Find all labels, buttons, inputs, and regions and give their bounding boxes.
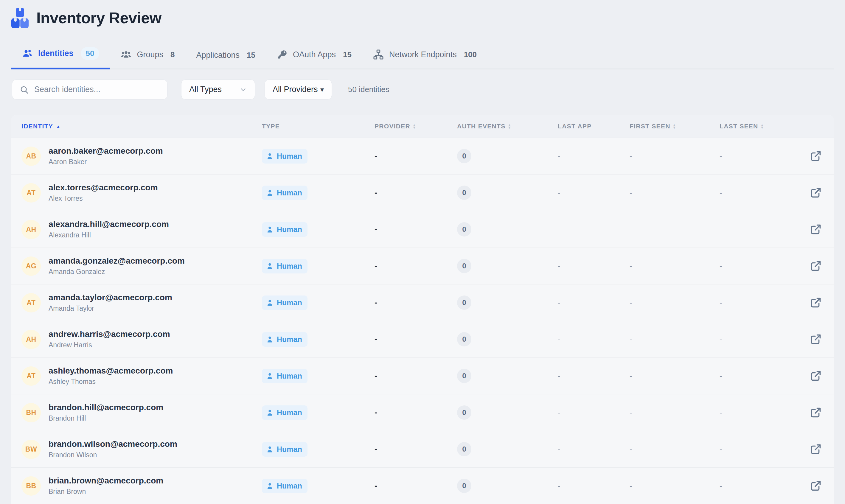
users-icon	[22, 48, 33, 59]
auth-events-count: 0	[457, 479, 471, 493]
identity-email: amanda.taylor@acmecorp.com	[49, 293, 172, 302]
external-link-icon[interactable]	[810, 296, 822, 309]
table-row[interactable]: AH alexandra.hill@acmecorp.com Alexandra…	[11, 211, 834, 248]
first-seen-value: -	[630, 408, 632, 417]
last-app-value: -	[558, 225, 560, 234]
table-row[interactable]: AT alex.torres@acmecorp.com Alex Torres …	[11, 175, 834, 211]
provider-value: -	[375, 408, 377, 417]
group-icon	[121, 49, 131, 60]
auth-events-count: 0	[457, 222, 471, 236]
column-header-identity[interactable]: IDENTITY▲	[11, 123, 262, 130]
identity-name: Andrew Harris	[49, 341, 170, 349]
provider-filter-value: All Providers	[273, 85, 318, 94]
external-link-icon[interactable]	[810, 186, 822, 199]
identity-email: amanda.gonzalez@acmecorp.com	[49, 256, 185, 266]
avatar: AH	[21, 330, 41, 349]
person-icon	[266, 372, 274, 380]
table-row[interactable]: BW brandon.wilson@acmecorp.com Brandon W…	[11, 431, 834, 468]
person-icon	[266, 299, 274, 307]
auth-events-count: 0	[457, 406, 471, 420]
tab-count: 15	[343, 50, 352, 59]
person-icon	[266, 409, 274, 417]
first-seen-value: -	[630, 372, 632, 380]
search-box[interactable]	[12, 79, 167, 100]
first-seen-value: -	[630, 299, 632, 307]
column-header-first-seen[interactable]: FIRST SEEN▴▾	[630, 123, 720, 130]
page-title: Inventory Review	[36, 9, 161, 27]
tab-network-endpoints[interactable]: Network Endpoints 100	[362, 46, 487, 69]
table-row[interactable]: AH andrew.harris@acmecorp.com Andrew Har…	[11, 321, 834, 358]
identity-email: aaron.baker@acmecorp.com	[49, 146, 163, 156]
column-header-auth-events[interactable]: AUTH EVENTS▴▾	[457, 123, 558, 130]
last-seen-value: -	[720, 299, 722, 307]
identity-name: Alex Torres	[49, 195, 158, 202]
table-row[interactable]: AG amanda.gonzalez@acmecorp.com Amanda G…	[11, 248, 834, 285]
external-link-icon[interactable]	[810, 223, 822, 236]
auth-events-count: 0	[457, 149, 471, 163]
provider-value: -	[375, 335, 377, 344]
identity-email: brian.brown@acmecorp.com	[49, 476, 163, 486]
external-link-icon[interactable]	[810, 443, 822, 455]
table-row[interactable]: AT ashley.thomas@acmecorp.com Ashley Tho…	[11, 358, 834, 394]
table-row[interactable]: BH brandon.hill@acmecorp.com Brandon Hil…	[11, 394, 834, 431]
identity-email: alex.torres@acmecorp.com	[49, 183, 158, 193]
search-input[interactable]	[34, 85, 160, 94]
tab-count: 50	[81, 47, 100, 60]
column-header-last-app: LAST APP	[558, 123, 630, 130]
identity-name: Amanda Gonzalez	[49, 268, 185, 276]
last-app-value: -	[558, 188, 560, 197]
table-row[interactable]: BB brian.brown@acmecorp.com Brian Brown …	[11, 468, 834, 504]
first-seen-value: -	[630, 335, 632, 343]
type-badge: Human	[262, 295, 307, 310]
external-link-icon[interactable]	[810, 370, 822, 382]
identity-name: Brandon Wilson	[49, 451, 177, 459]
auth-events-count: 0	[457, 185, 471, 200]
sort-icon: ▴▾	[508, 124, 511, 129]
identity-name: Ashley Thomas	[49, 378, 173, 386]
avatar: AT	[21, 366, 41, 386]
auth-events-count: 0	[457, 442, 471, 456]
external-link-icon[interactable]	[810, 150, 822, 162]
tab-count: 8	[170, 50, 175, 59]
identity-email: brandon.hill@acmecorp.com	[49, 403, 163, 412]
external-link-icon[interactable]	[810, 406, 822, 419]
provider-value: -	[375, 224, 377, 234]
avatar: AT	[21, 183, 41, 202]
person-icon	[266, 262, 274, 270]
provider-filter-select[interactable]: All Providers ▾	[265, 79, 332, 100]
first-seen-value: -	[630, 482, 632, 490]
identity-email: ashley.thomas@acmecorp.com	[49, 366, 173, 376]
provider-value: -	[375, 371, 377, 380]
tab-identities[interactable]: Identities 50	[11, 44, 110, 69]
provider-value: -	[375, 151, 377, 161]
type-badge: Human	[262, 185, 307, 200]
tab-oauth-apps[interactable]: OAuth Apps 15	[266, 46, 362, 69]
first-seen-value: -	[630, 152, 632, 160]
person-icon	[266, 482, 274, 490]
provider-value: -	[375, 298, 377, 307]
column-header-provider[interactable]: PROVIDER▴▾	[375, 123, 457, 130]
external-link-icon[interactable]	[810, 260, 822, 272]
last-seen-value: -	[720, 482, 722, 490]
external-link-icon[interactable]	[810, 480, 822, 492]
type-filter-select[interactable]: All Types	[181, 79, 255, 100]
last-app-value: -	[558, 262, 560, 270]
avatar: BW	[21, 440, 41, 459]
person-icon	[266, 189, 274, 197]
first-seen-value: -	[630, 225, 632, 234]
sort-icon: ▴▾	[761, 124, 763, 129]
avatar: AB	[21, 147, 41, 166]
tab-groups[interactable]: Groups 8	[110, 46, 185, 69]
table-row[interactable]: AT amanda.taylor@acmecorp.com Amanda Tay…	[11, 285, 834, 321]
last-seen-value: -	[720, 372, 722, 380]
table-row[interactable]: AB aaron.baker@acmecorp.com Aaron Baker …	[11, 138, 834, 175]
type-badge: Human	[262, 332, 307, 347]
identity-email: alexandra.hill@acmecorp.com	[49, 219, 169, 229]
provider-value: -	[375, 445, 377, 454]
last-seen-value: -	[720, 408, 722, 417]
external-link-icon[interactable]	[810, 333, 822, 345]
key-icon	[277, 49, 288, 60]
column-header-last-seen[interactable]: LAST SEEN▴▾	[720, 123, 797, 130]
result-count: 50 identities	[348, 85, 390, 94]
tab-applications[interactable]: Applications 15	[185, 48, 266, 69]
